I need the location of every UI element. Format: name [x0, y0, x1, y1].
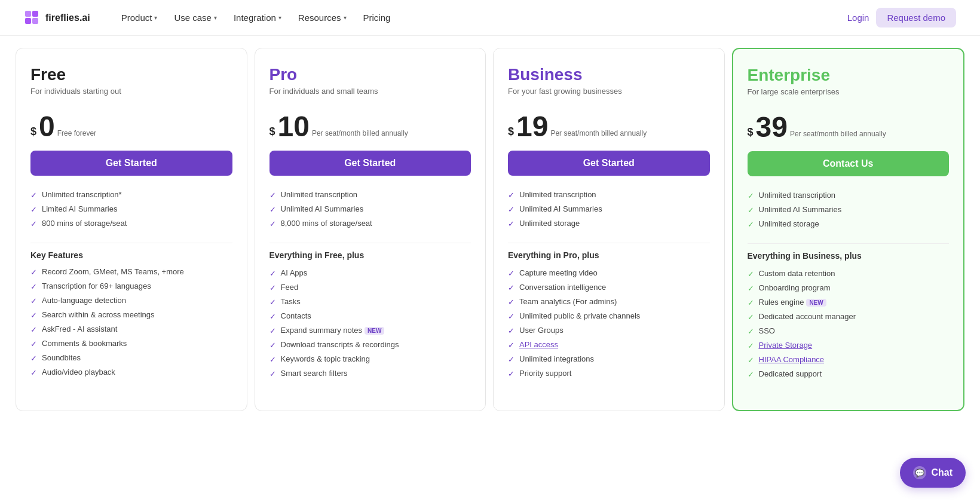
nav-usecase[interactable]: Use case ▾ — [167, 9, 224, 26]
check-icon: ✓ — [508, 326, 514, 335]
extra-feature: ✓ Rules engineNEW — [748, 295, 950, 310]
divider — [748, 243, 950, 244]
check-icon: ✓ — [508, 298, 514, 307]
extra-feature: ✓ Smart search filters — [270, 366, 471, 381]
plan-name: Pro — [270, 65, 471, 84]
price-dollar: $ — [748, 123, 754, 142]
logo[interactable]: fireflies.ai — [24, 10, 90, 26]
plan-price: $ 39 Per seat/month billed annually — [748, 108, 950, 142]
check-icon: ✓ — [30, 368, 37, 377]
extra-features-list: ✓ AI Apps ✓ Feed ✓ Tasks ✓ Contacts ✓ Ex… — [270, 266, 471, 381]
price-description: Per seat/month billed annually — [790, 129, 886, 142]
everything-label: Everything in Pro, plus — [508, 250, 710, 260]
get-started-button[interactable]: Get Started — [508, 151, 710, 176]
extra-feature[interactable]: ✓ HIPAA Compliance — [748, 353, 950, 367]
get-started-button[interactable]: Get Started — [30, 151, 232, 176]
check-icon: ✓ — [270, 205, 276, 214]
extra-feature: ✓ Unlimited integrations — [508, 352, 710, 366]
extra-feature: ✓ Download transcripts & recordings — [270, 338, 471, 352]
get-started-button[interactable]: Get Started — [270, 151, 471, 176]
price-description: Per seat/month billed annually — [550, 128, 647, 141]
check-icon: ✓ — [748, 327, 754, 336]
core-feature: ✓ 8,000 mins of storage/seat — [270, 216, 471, 231]
extra-feature: ✓ AskFred - AI assistant — [30, 322, 232, 336]
check-icon: ✓ — [30, 311, 37, 320]
check-icon: ✓ — [508, 355, 514, 364]
price-amount: 0 — [39, 112, 55, 141]
svg-rect-0 — [25, 11, 31, 17]
contact-us-button[interactable]: Contact Us — [748, 151, 950, 176]
core-feature: ✓ Unlimited storage — [508, 216, 710, 231]
everything-label: Everything in Free, plus — [270, 250, 471, 260]
plan-tagline: For individuals starting out — [30, 87, 232, 96]
extra-feature: ✓ Search within & across meetings — [30, 308, 232, 322]
chevron-down-icon: ▾ — [214, 14, 217, 21]
divider — [30, 243, 232, 243]
extra-feature: ✓ Feed — [270, 280, 471, 295]
extra-feature: ✓ Expand summary notesNEW — [270, 323, 471, 338]
extra-feature: ✓ Auto-language detection — [30, 293, 232, 308]
check-icon: ✓ — [30, 354, 37, 363]
plan-price: $ 0 Free forever — [30, 108, 232, 141]
navbar: fireflies.ai Product ▾ Use case ▾ Integr… — [0, 0, 980, 36]
extra-feature: ✓ Soundbites — [30, 351, 232, 365]
extra-feature: ✓ Custom data retention — [748, 267, 950, 281]
plan-card-free: Free For individuals starting out $ 0 Fr… — [16, 48, 247, 411]
core-feature: ✓ Limited AI Summaries — [30, 202, 232, 216]
check-icon: ✓ — [270, 219, 276, 228]
core-feature: ✓ Unlimited transcription* — [30, 188, 232, 202]
plan-price: $ 19 Per seat/month billed annually — [508, 108, 710, 141]
extra-feature: ✓ User Groups — [508, 323, 710, 338]
login-button[interactable]: Login — [847, 13, 869, 23]
check-icon: ✓ — [508, 341, 514, 350]
price-dollar: $ — [30, 122, 36, 141]
extra-feature: ✓ Record Zoom, GMeet, MS Teams, +more — [30, 265, 232, 279]
plan-card-pro: Pro For individuals and small teams $ 10… — [255, 48, 486, 411]
core-feature: ✓ Unlimited transcription — [508, 188, 710, 202]
nav-resources[interactable]: Resources ▾ — [291, 9, 354, 26]
plan-price: $ 10 Per seat/month billed annually — [270, 108, 471, 141]
check-icon: ✓ — [30, 282, 37, 291]
nav-product[interactable]: Product ▾ — [114, 9, 165, 26]
extra-feature: ✓ Keywords & topic tracking — [270, 352, 471, 366]
price-amount: 39 — [756, 113, 788, 142]
plan-name: Enterprise — [748, 66, 950, 85]
price-description: Per seat/month billed annually — [312, 128, 408, 141]
check-icon: ✓ — [270, 269, 276, 278]
extra-feature: ✓ Audio/video playback — [30, 365, 232, 379]
check-icon: ✓ — [30, 325, 37, 334]
chevron-down-icon: ▾ — [278, 14, 281, 21]
nav-pricing[interactable]: Pricing — [356, 9, 398, 26]
check-icon: ✓ — [270, 326, 276, 335]
request-demo-button[interactable]: Request demo — [876, 8, 956, 27]
core-feature: ✓ 800 mins of storage/seat — [30, 216, 232, 231]
extra-feature: ✓ Onboarding program — [748, 281, 950, 295]
nav-integration[interactable]: Integration ▾ — [226, 9, 289, 26]
extra-feature[interactable]: ✓ Private Storage — [748, 338, 950, 353]
check-icon: ✓ — [508, 205, 514, 214]
extra-feature: ✓ Dedicated account manager — [748, 310, 950, 324]
check-icon: ✓ — [508, 283, 514, 292]
check-icon: ✓ — [508, 369, 514, 378]
price-amount: 19 — [516, 112, 548, 141]
core-features-list: ✓ Unlimited transcription ✓ Unlimited AI… — [270, 188, 471, 231]
plan-name: Free — [30, 65, 232, 84]
logo-icon — [24, 10, 41, 26]
check-icon: ✓ — [748, 270, 754, 278]
extra-feature: ✓ Tasks — [270, 295, 471, 309]
extra-feature: ✓ Capture meeting video — [508, 266, 710, 280]
check-icon: ✓ — [30, 191, 37, 200]
extra-feature: ✓ SSO — [748, 324, 950, 338]
core-features-list: ✓ Unlimited transcription ✓ Unlimited AI… — [748, 188, 950, 231]
svg-rect-1 — [32, 11, 38, 17]
plan-card-business: Business For your fast growing businesse… — [493, 48, 725, 411]
extra-feature: ✓ Team analytics (For admins) — [508, 295, 710, 309]
extra-feature: ✓ Comments & bookmarks — [30, 336, 232, 351]
extra-feature[interactable]: ✓ API access — [508, 338, 710, 352]
core-feature: ✓ Unlimited AI Summaries — [748, 203, 950, 217]
divider — [508, 243, 710, 243]
extra-feature: ✓ Dedicated support — [748, 367, 950, 381]
check-icon: ✓ — [748, 313, 754, 322]
check-icon: ✓ — [270, 191, 276, 200]
svg-rect-3 — [32, 18, 38, 24]
